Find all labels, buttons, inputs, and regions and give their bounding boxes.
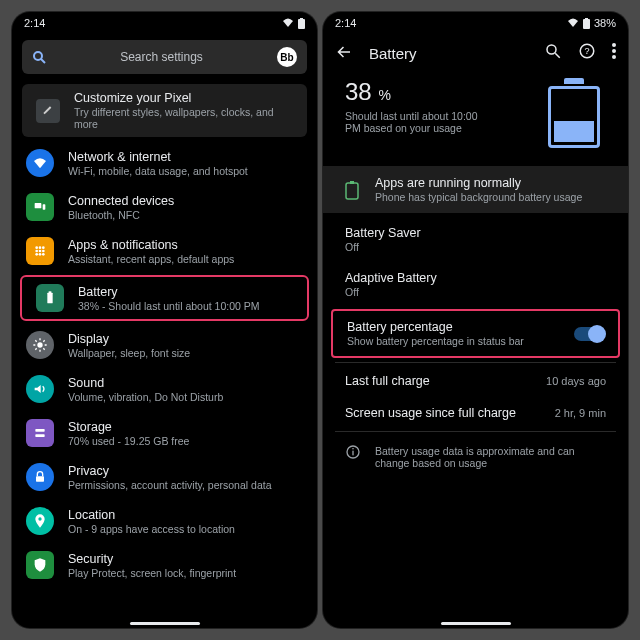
apps-running-card[interactable]: Apps are running normally Phone has typi… [323, 166, 628, 213]
row-sub: 70% used - 19.25 GB free [68, 435, 189, 447]
phone-settings-list: 2:14 Search settings Bb Customize your P… [12, 12, 317, 628]
divider [335, 362, 616, 363]
row-sub: On - 9 apps have access to location [68, 523, 235, 535]
battery-icon [298, 18, 305, 29]
toggle-on[interactable] [574, 327, 604, 341]
status-icons [282, 18, 305, 29]
adaptive-battery[interactable]: Adaptive BatteryOff [323, 262, 628, 307]
svg-point-13 [39, 253, 42, 256]
row-title: Last full charge [345, 374, 530, 388]
svg-rect-18 [35, 429, 44, 432]
settings-battery[interactable]: Battery38% - Should last until about 10:… [20, 275, 309, 321]
settings-privacy[interactable]: PrivacyPermissions, account activity, pe… [12, 455, 317, 499]
row-title: Customize your Pixel [74, 91, 293, 105]
settings-connected[interactable]: Connected devicesBluetooth, NFC [12, 185, 317, 229]
status-icons: 38% [567, 17, 616, 29]
row-title: Sound [68, 376, 223, 390]
avatar[interactable]: Bb [277, 47, 297, 67]
svg-point-17 [37, 342, 42, 347]
status-battery-pct: 38% [594, 17, 616, 29]
settings-network[interactable]: Network & internetWi-Fi, mobile, data us… [12, 141, 317, 185]
row-title: Display [68, 332, 190, 346]
phone-battery-screen: 2:14 38% Battery ? 38 % Should last unti… [323, 12, 628, 628]
sound-icon [26, 375, 54, 403]
card-sub: Phone has typical background battery usa… [375, 191, 582, 203]
settings-display[interactable]: DisplayWallpaper, sleep, font size [12, 323, 317, 367]
svg-point-21 [38, 517, 41, 520]
help-button[interactable]: ? [578, 42, 596, 64]
svg-point-10 [39, 250, 42, 253]
row-sub: Volume, vibration, Do Not Disturb [68, 391, 223, 403]
screen-title: Battery [369, 45, 528, 62]
row-title: Screen usage since full charge [345, 406, 539, 420]
wifi-icon [282, 18, 294, 28]
battery-summary: 38 % Should last until about 10:00 PM ba… [323, 72, 628, 162]
settings-list: Customize your Pixel Try different style… [12, 80, 317, 628]
status-bar: 2:14 [12, 12, 317, 34]
row-title: Connected devices [68, 194, 174, 208]
row-value: 10 days ago [546, 375, 606, 387]
svg-point-29 [612, 49, 616, 53]
svg-point-12 [35, 253, 38, 256]
settings-location[interactable]: LocationOn - 9 apps have access to locat… [12, 499, 317, 543]
wifi-icon [26, 149, 54, 177]
row-title: Location [68, 508, 235, 522]
row-sub: 38% - Should last until about 10:00 PM [78, 300, 260, 312]
svg-rect-22 [583, 19, 590, 29]
search-button[interactable] [544, 42, 562, 64]
search-placeholder: Search settings [56, 50, 267, 64]
devices-icon [26, 193, 54, 221]
row-title: Network & internet [68, 150, 248, 164]
settings-storage[interactable]: Storage70% used - 19.25 GB free [12, 411, 317, 455]
battery-estimate: Should last until about 10:00 PM based o… [345, 110, 495, 134]
storage-icon [26, 419, 54, 447]
security-icon [26, 551, 54, 579]
svg-rect-35 [352, 448, 353, 449]
row-sub: Wallpaper, sleep, font size [68, 347, 190, 359]
settings-apps[interactable]: Apps & notificationsAssistant, recent ap… [12, 229, 317, 273]
home-indicator[interactable] [441, 622, 511, 625]
svg-point-28 [612, 43, 616, 47]
row-title: Battery [78, 285, 260, 299]
svg-rect-5 [43, 204, 46, 209]
overflow-button[interactable] [612, 43, 616, 63]
pct-unit: % [378, 87, 390, 103]
row-sub: Bluetooth, NFC [68, 209, 174, 221]
battery-percentage-toggle[interactable]: Battery percentageShow battery percentag… [331, 309, 620, 358]
svg-rect-19 [35, 434, 44, 437]
search-settings[interactable]: Search settings Bb [22, 40, 307, 74]
search-icon [32, 50, 46, 64]
row-sub: Try different styles, wallpapers, clocks… [74, 106, 293, 130]
svg-rect-0 [298, 19, 305, 29]
status-time: 2:14 [335, 17, 356, 29]
row-title: Battery percentage [347, 320, 558, 334]
svg-point-2 [34, 52, 42, 60]
row-title: Adaptive Battery [345, 271, 606, 285]
settings-sound[interactable]: SoundVolume, vibration, Do Not Disturb [12, 367, 317, 411]
svg-rect-23 [585, 18, 588, 20]
battery-saver[interactable]: Battery SaverOff [323, 217, 628, 262]
battery-percent: 38 % [345, 78, 495, 106]
last-full-charge[interactable]: Last full charge 10 days ago [323, 365, 628, 397]
customize-pixel[interactable]: Customize your Pixel Try different style… [22, 84, 307, 137]
row-title: Storage [68, 420, 189, 434]
battery-outline-icon [345, 180, 359, 200]
row-value: 2 hr, 9 min [555, 407, 606, 419]
disclaimer-text: Battery usage data is approximate and ca… [375, 445, 595, 469]
svg-text:?: ? [584, 46, 589, 56]
row-sub: Assistant, recent apps, default apps [68, 253, 234, 265]
svg-point-24 [547, 45, 556, 54]
svg-rect-15 [47, 293, 52, 304]
svg-rect-4 [35, 203, 42, 208]
app-bar: Battery ? [323, 34, 628, 72]
location-icon [26, 507, 54, 535]
svg-rect-20 [36, 476, 44, 481]
svg-rect-34 [352, 451, 353, 456]
pct-value: 38 [345, 78, 372, 105]
home-indicator[interactable] [130, 622, 200, 625]
svg-point-11 [42, 250, 45, 253]
screen-usage[interactable]: Screen usage since full charge 2 hr, 9 m… [323, 397, 628, 429]
back-button[interactable] [335, 43, 353, 64]
settings-security[interactable]: SecurityPlay Protect, screen lock, finge… [12, 543, 317, 587]
battery-icon [583, 18, 590, 29]
